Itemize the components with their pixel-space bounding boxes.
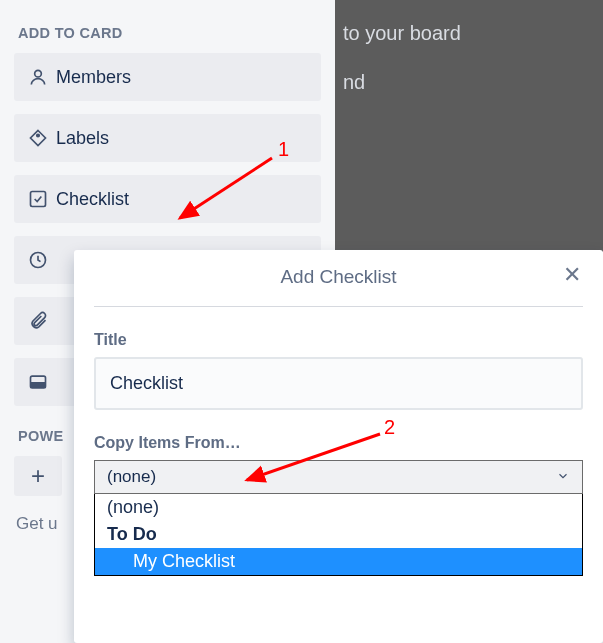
close-icon: ✕ bbox=[563, 262, 581, 287]
select-display[interactable]: (none) bbox=[94, 460, 583, 494]
title-label: Title bbox=[94, 331, 583, 349]
clock-icon bbox=[28, 250, 56, 270]
person-icon bbox=[28, 67, 56, 87]
tag-icon bbox=[28, 128, 56, 148]
sidebar-item-label: Members bbox=[56, 67, 131, 88]
add-power-up-button[interactable]: + bbox=[14, 456, 62, 496]
board-text-line1: to your board bbox=[343, 22, 603, 45]
add-checklist-popup: Add Checklist ✕ Title Copy Items From… (… bbox=[74, 250, 603, 643]
select-dropdown: (none) To Do My Checklist bbox=[94, 494, 583, 576]
sidebar-item-members[interactable]: Members bbox=[14, 53, 321, 101]
sidebar-item-labels[interactable]: Labels bbox=[14, 114, 321, 162]
svg-point-1 bbox=[37, 134, 40, 137]
select-option-group-todo[interactable]: To Do bbox=[95, 521, 582, 548]
annotation-number-2: 2 bbox=[384, 416, 395, 439]
board-background: to your board nd bbox=[335, 0, 603, 252]
popup-header: Add Checklist ✕ bbox=[94, 250, 583, 307]
close-button[interactable]: ✕ bbox=[563, 264, 581, 286]
sidebar-item-label: Checklist bbox=[56, 189, 129, 210]
annotation-number-1: 1 bbox=[278, 138, 289, 161]
svg-point-0 bbox=[35, 70, 42, 77]
select-option-my-checklist[interactable]: My Checklist bbox=[95, 548, 582, 575]
section-header-add-to-card: ADD TO CARD bbox=[14, 25, 321, 41]
attachment-icon bbox=[28, 311, 56, 331]
select-current-value: (none) bbox=[107, 467, 156, 487]
svg-rect-2 bbox=[31, 192, 46, 207]
checklist-title-input[interactable] bbox=[94, 357, 583, 410]
chevron-down-icon bbox=[556, 469, 570, 486]
cover-icon bbox=[28, 372, 56, 392]
svg-rect-5 bbox=[31, 382, 46, 388]
copy-from-select[interactable]: (none) (none) To Do My Checklist bbox=[94, 460, 583, 494]
copy-from-label: Copy Items From… bbox=[94, 434, 583, 452]
copy-from-field-group: Copy Items From… (none) (none) To Do My … bbox=[94, 434, 583, 494]
popup-title: Add Checklist bbox=[280, 266, 396, 287]
board-text-line2: nd bbox=[343, 71, 603, 94]
sidebar-item-checklist[interactable]: Checklist bbox=[14, 175, 321, 223]
sidebar-item-label: Labels bbox=[56, 128, 109, 149]
plus-icon: + bbox=[31, 462, 45, 490]
select-option-none[interactable]: (none) bbox=[95, 494, 582, 521]
check-square-icon bbox=[28, 189, 56, 209]
title-field-group: Title bbox=[94, 331, 583, 410]
